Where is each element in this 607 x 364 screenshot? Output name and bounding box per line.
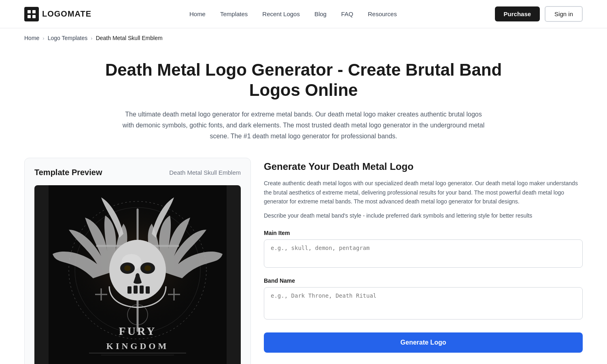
main-item-group: Main Item: [264, 230, 583, 269]
main-item-label: Main Item: [264, 230, 583, 236]
svg-rect-1: [28, 10, 31, 13]
svg-point-16: [144, 265, 151, 271]
nav-templates[interactable]: Templates: [220, 11, 248, 17]
nav-resources[interactable]: Resources: [368, 11, 397, 17]
svg-rect-18: [134, 286, 138, 294]
breadcrumb-home[interactable]: Home: [24, 35, 39, 41]
svg-text:KINGDOM: KINGDOM: [106, 341, 169, 351]
generator-hint: Describe your death metal band's style -…: [264, 211, 583, 220]
svg-rect-17: [127, 286, 132, 294]
nav-menu: Home Templates Recent Logos Blog FAQ Res…: [189, 11, 397, 17]
hero-title: Death Metal Logo Generator - Create Brut…: [81, 60, 526, 101]
hero-description: The ultimate death metal logo generator …: [121, 109, 486, 142]
template-preview-name: Death Metal Skull Emblem: [169, 169, 241, 176]
breadcrumb-logo-templates[interactable]: Logo Templates: [48, 35, 88, 41]
band-name-group: Band Name: [264, 277, 583, 321]
svg-rect-19: [140, 286, 144, 294]
breadcrumb-sep-2: ›: [91, 35, 92, 41]
death-metal-image: FURY KINGDOM: [34, 185, 241, 364]
band-name-label: Band Name: [264, 277, 583, 284]
nav-faq[interactable]: FAQ: [341, 11, 353, 17]
main-item-input[interactable]: [264, 239, 583, 268]
generator-description: Create authentic death metal logos with …: [264, 179, 583, 206]
svg-text:FURY: FURY: [119, 325, 157, 337]
svg-rect-4: [32, 15, 36, 18]
breadcrumb-sep-1: ›: [42, 35, 44, 41]
nav-recent-logos[interactable]: Recent Logos: [262, 11, 300, 17]
svg-rect-0: [24, 7, 39, 21]
navbar: LOGOMATE Home Templates Recent Logos Blo…: [0, 0, 607, 28]
template-image-container: FURY KINGDOM: [34, 185, 241, 364]
main-content: Template Preview Death Metal Skull Emble…: [0, 158, 607, 364]
logo[interactable]: LOGOMATE: [24, 7, 91, 21]
generate-button[interactable]: Generate Logo: [264, 332, 583, 353]
band-name-input[interactable]: [264, 287, 583, 320]
generator-title: Generate Your Death Metal Logo: [264, 161, 583, 172]
nav-blog[interactable]: Blog: [314, 11, 327, 17]
nav-home[interactable]: Home: [189, 11, 206, 17]
logo-text: LOGOMATE: [42, 9, 91, 19]
breadcrumb: Home › Logo Templates › Death Metal Skul…: [0, 28, 607, 48]
svg-rect-20: [146, 286, 150, 294]
generator-panel: Generate Your Death Metal Logo Create au…: [264, 158, 583, 364]
purchase-button[interactable]: Purchase: [495, 6, 540, 21]
logo-icon: [24, 7, 39, 21]
svg-point-15: [124, 265, 131, 271]
svg-rect-3: [32, 10, 36, 13]
breadcrumb-current: Death Metal Skull Emblem: [96, 35, 163, 41]
template-preview-header: Template Preview Death Metal Skull Emble…: [34, 168, 241, 177]
hero-section: Death Metal Logo Generator - Create Brut…: [0, 48, 607, 158]
signin-button[interactable]: Sign in: [545, 6, 583, 22]
template-preview-panel: Template Preview Death Metal Skull Emble…: [24, 158, 251, 364]
template-preview-title: Template Preview: [34, 168, 102, 177]
svg-rect-2: [28, 15, 31, 18]
navbar-actions: Purchase Sign in: [495, 6, 583, 22]
